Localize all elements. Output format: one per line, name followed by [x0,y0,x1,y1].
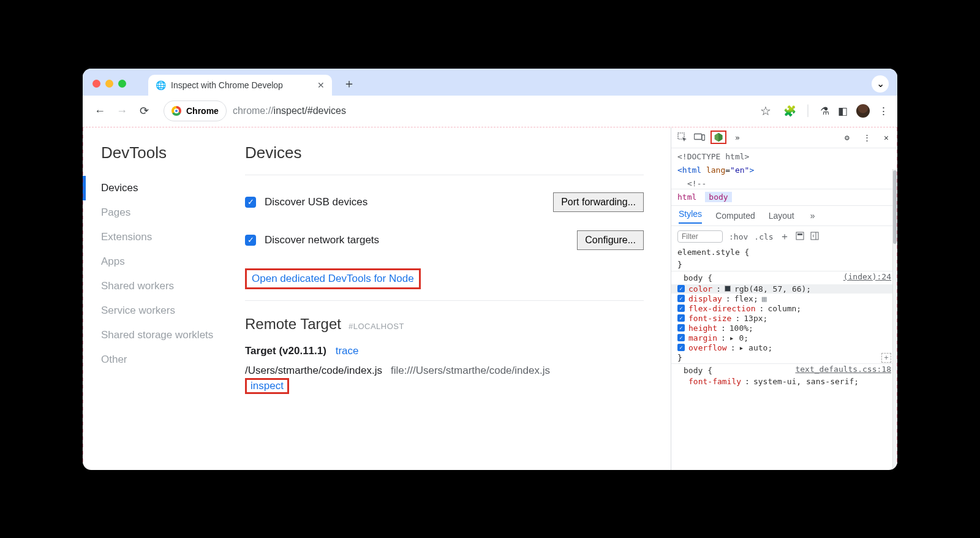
open-node-devtools-link[interactable]: Open dedicated DevTools for Node [252,273,414,284]
forward-button: → [113,102,130,119]
tab-overflow-button[interactable]: ⌄ [872,75,889,93]
labs-icon[interactable]: ⚗ [820,105,829,118]
sidebar-item-extensions[interactable]: Extensions [83,225,245,249]
target-label: Target (v20.11.1) [245,345,326,357]
computed-toggle-icon[interactable] [796,232,804,242]
tab-strip: 🌐 Inspect with Chrome Develop ✕ ＋ ⌄ [83,69,897,96]
devices-heading: Devices [245,143,644,162]
add-property-icon[interactable]: ＋ [881,353,891,363]
prop-height[interactable]: ✓height: 100%; [671,324,897,333]
source-link-2[interactable]: text_defaults.css:18 [795,365,891,376]
back-button[interactable]: ← [91,102,108,119]
body-rule2-header: body { text_defaults.css:18 [671,365,897,376]
hov-toggle[interactable]: :hov [729,232,748,241]
bookmark-star-icon[interactable]: ☆ [756,104,775,118]
sidebar-item-shared-workers[interactable]: Shared workers [83,274,245,298]
devtools-close-icon[interactable]: ✕ [880,133,892,142]
toolbar-icons: 🧩 │ ⚗ ◧ ⋮ [780,104,889,118]
element-style-rule[interactable]: element.style { [671,246,897,258]
node-devtools-icon[interactable] [710,131,726,144]
main-panel: Devices ✓ Discover USB devices Port forw… [245,127,671,470]
inspect-page: DevTools Devices Pages Extensions Apps S… [83,127,671,470]
devtools-body: <!DOCTYPE html> <html lang="en"> <!-- ht… [671,148,897,470]
prop-font-size[interactable]: ✓font-size: 13px; [671,314,897,323]
settings-icon[interactable]: ⚙ [841,133,853,142]
close-tab-icon[interactable]: ✕ [317,80,325,90]
zoom-window-icon[interactable] [118,80,126,88]
target-url: file:///Users/stmarthe/code/index.js [391,365,550,376]
globe-icon: 🌐 [156,80,166,90]
prop-overflow[interactable]: ✓overflow: ▸ auto; [671,343,897,352]
dom-breadcrumbs: html body [671,189,897,206]
toggle-sidebar-icon[interactable] [810,232,819,242]
color-swatch-icon[interactable] [725,286,731,292]
comment-open: <!-- [671,179,897,188]
devtools-toolbar: » ⚙ ⋮ ✕ [671,127,897,148]
prop-font-family[interactable]: font-family: system-ui, sans-serif; [671,377,897,386]
devtools-menu-icon[interactable]: ⋮ [861,133,873,142]
extensions-icon[interactable]: 🧩 [783,105,796,118]
tab-title: Inspect with Chrome Develop [171,80,283,90]
new-tab-button[interactable]: ＋ [337,73,361,94]
flex-editor-icon[interactable]: ▦ [762,294,767,303]
svg-marker-4 [718,133,722,142]
tab-computed[interactable]: Computed [715,211,755,221]
divider: │ [805,105,812,117]
configure-button[interactable]: Configure... [577,230,644,250]
discover-network-label: Discover network targets [265,234,379,246]
remote-target-tag: #LOCALHOST [349,322,404,331]
target-path-line: /Users/stmarthe/code/index.js file:///Us… [245,357,644,377]
crumb-html[interactable]: html [677,192,696,202]
toolbar: ← → ⟳ Chrome chrome://inspect/#devices ☆… [83,96,897,127]
cls-toggle[interactable]: .cls [754,232,773,241]
doctype-line: <!DOCTYPE html> [671,148,897,165]
prop-display[interactable]: ✓display: flex; ▦ [671,294,897,303]
minimize-window-icon[interactable] [105,80,113,88]
inspect-link[interactable]: inspect [245,378,289,394]
content-area: DevTools Devices Pages Extensions Apps S… [83,127,897,470]
sidebar-item-shared-storage-worklets[interactable]: Shared storage worklets [83,323,245,347]
styles-filter-input[interactable] [677,230,723,243]
tab-layout[interactable]: Layout [769,211,794,221]
discover-usb-checkbox[interactable]: ✓ [245,197,256,208]
menu-kebab-icon[interactable]: ⋮ [878,105,889,118]
trace-link[interactable]: trace [336,345,359,357]
body-rule-close: } ＋ [671,353,897,363]
url-display: chrome://inspect/#devices [233,105,346,116]
close-window-icon[interactable] [92,80,100,88]
profile-avatar[interactable] [856,104,870,118]
prop-flex-direction[interactable]: ✓flex-direction: column; [671,304,897,313]
more-tabs-icon[interactable]: » [731,133,744,142]
browser-tab[interactable]: 🌐 Inspect with Chrome Develop ✕ [148,75,332,96]
devtools-panel: » ⚙ ⋮ ✕ <!DOCTYPE html> <html lang="en">… [671,127,897,470]
omnibox-chip[interactable]: Chrome [164,100,227,121]
prop-margin[interactable]: ✓margin: ▸ 0; [671,333,897,343]
inspect-element-icon[interactable] [676,132,688,142]
svg-rect-6 [797,233,802,235]
sidebar-item-devices[interactable]: Devices [83,176,245,200]
scrollbar-thumb[interactable] [893,170,897,244]
svg-rect-2 [702,135,705,140]
crumb-body[interactable]: body [705,192,731,202]
sidebar: DevTools Devices Pages Extensions Apps S… [83,127,245,470]
side-panel-icon[interactable]: ◧ [838,105,848,118]
new-style-rule-icon[interactable]: ＋ [780,230,790,243]
reload-button[interactable]: ⟳ [135,102,153,119]
port-forwarding-button[interactable]: Port forwarding... [553,192,644,212]
omnibox[interactable]: Chrome chrome://inspect/#devices ☆ [164,100,775,121]
device-toolbar-icon[interactable] [693,133,706,142]
html-open-tag[interactable]: <html lang="en"> [671,165,897,178]
discover-network-checkbox[interactable]: ✓ [245,235,256,246]
source-link[interactable]: (index):24 [843,272,891,284]
sidebar-item-service-workers[interactable]: Service workers [83,298,245,323]
tabs-overflow-icon[interactable]: » [810,211,815,221]
sidebar-item-other[interactable]: Other [83,347,245,372]
styles-filter-row: :hov .cls ＋ [671,227,897,246]
svg-rect-5 [796,232,804,240]
tab-styles[interactable]: Styles [679,209,702,224]
prop-color[interactable]: ✓color: rgb(48, 57, 66); [671,284,897,294]
chevron-down-icon: ⌄ [876,78,884,89]
sidebar-item-pages[interactable]: Pages [83,200,245,225]
sidebar-item-apps[interactable]: Apps [83,249,245,274]
chrome-icon [172,106,181,116]
